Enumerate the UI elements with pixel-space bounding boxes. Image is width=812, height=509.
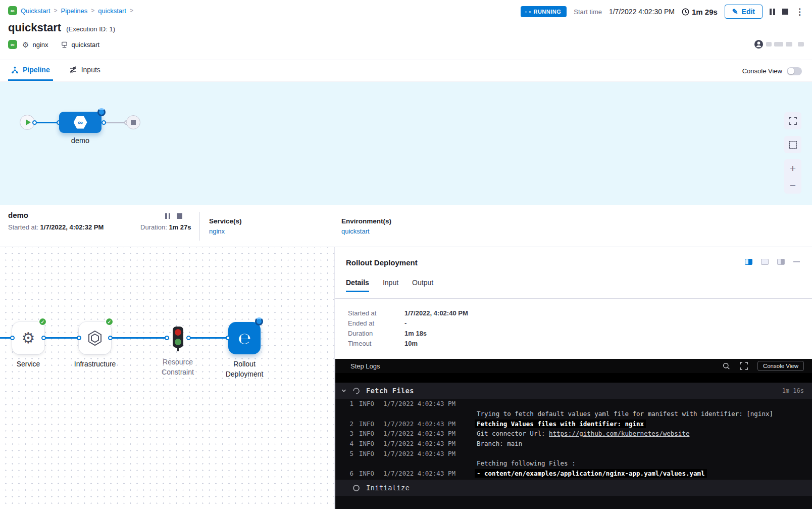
step-node-infrastructure[interactable] <box>79 322 111 354</box>
service-gear-icon: ⚙ <box>22 41 29 49</box>
expand-logs-icon[interactable] <box>740 362 748 370</box>
spinner-dot-icon <box>529 11 531 13</box>
stop-stage-button[interactable] <box>177 213 182 219</box>
log-section-fetch-files[interactable]: Fetch Files 1m 16s <box>335 383 812 399</box>
harness-cd-icon: ∞ <box>8 40 17 49</box>
breadcrumb-separator: > <box>130 7 133 14</box>
pipeline-meta: ∞ ⚙ nginx quickstart <box>8 40 107 49</box>
stage-link <box>104 122 127 123</box>
title-row: quickstart (Execution ID: 1) <box>8 21 115 34</box>
play-icon <box>26 119 31 125</box>
avatar-icon <box>754 39 764 49</box>
step-label-infrastructure: Infrastructure <box>67 359 123 369</box>
kebab-menu-icon[interactable]: ⋮ <box>795 8 804 16</box>
traffic-light-stand <box>177 348 179 351</box>
pause-execution-button[interactable] <box>770 9 775 15</box>
clock-icon <box>682 8 689 16</box>
connector-dot <box>165 336 169 340</box>
canvas-fullscreen-button[interactable] <box>784 112 801 129</box>
status-badge: RUNNING <box>521 6 567 17</box>
redacted-text <box>786 42 792 47</box>
tab-inputs[interactable]: Inputs <box>66 60 104 81</box>
environments-label: Environment(s) <box>341 217 391 225</box>
console-view-label: Console View <box>742 67 782 75</box>
tab-pipeline[interactable]: Pipeline <box>8 60 53 81</box>
redacted-text <box>766 42 772 47</box>
step-node-resource-constraint[interactable] <box>173 327 183 348</box>
breadcrumb-separator: > <box>54 7 58 14</box>
tab-inputs-label: Inputs <box>81 66 100 74</box>
log-section-initialize[interactable]: Initialize <box>335 480 812 496</box>
pipeline-stage-canvas[interactable]: ∞ demo + − <box>0 82 812 205</box>
connector-dot <box>41 336 46 340</box>
stage-link <box>34 122 60 123</box>
log-line: Fetching following Files : <box>335 458 812 469</box>
pause-stage-button[interactable] <box>165 213 170 219</box>
canvas-select-button[interactable] <box>784 136 801 153</box>
step-logs-title: Step Logs <box>350 362 380 370</box>
minimize-panel-icon[interactable] <box>793 261 800 263</box>
breadcrumb-separator: > <box>91 7 94 14</box>
redacted-text <box>798 42 804 47</box>
search-icon[interactable] <box>723 362 730 370</box>
tab-details[interactable]: Details <box>346 279 369 292</box>
section-duration: 1m 16s <box>782 387 804 394</box>
success-check-icon: ✓ <box>105 317 114 326</box>
connector-dot <box>186 336 191 340</box>
step-execution-canvas[interactable]: ⚙ ✓ ✓ ℮ <box>0 247 335 509</box>
layout-bottom-icon[interactable] <box>761 259 769 265</box>
step-details-title: Rollout Deployment <box>346 258 418 267</box>
elapsed-time-value: 1m 29s <box>692 8 718 16</box>
step-node-service[interactable]: ⚙ <box>12 322 44 354</box>
connector-dot <box>10 336 15 340</box>
zoom-out-button[interactable]: − <box>790 180 796 191</box>
console-view-toggle[interactable] <box>787 67 802 75</box>
infrastructure-hexagon-icon <box>86 330 104 347</box>
connector-dot <box>77 336 81 340</box>
detail-row-ended-at: Ended at- <box>348 319 407 327</box>
step-link <box>43 337 80 339</box>
step-label-rollout-deployment: Rollout Deployment <box>217 359 272 379</box>
log-line: 4INFO1/7/2022 4:02:43 PMBranch: main <box>335 439 812 449</box>
layout-right-split-icon[interactable] <box>745 259 752 265</box>
detail-row-duration: Duration1m 18s <box>348 330 427 337</box>
connector-dot <box>226 336 230 340</box>
log-link[interactable]: https://github.com/kubernetes/website <box>549 430 689 437</box>
page-header: ∞ Quickstart > Pipelines > quickstart > … <box>0 0 812 60</box>
step-node-rollout-deployment[interactable]: ℮ <box>228 322 261 354</box>
step-link <box>110 337 167 339</box>
breadcrumb-pipelines[interactable]: Pipelines <box>61 7 88 15</box>
tab-output[interactable]: Output <box>412 279 433 292</box>
log-spacer <box>335 373 812 383</box>
breadcrumb: ∞ Quickstart > Pipelines > quickstart > <box>8 6 133 15</box>
step-details-panel: Rollout Deployment Details Input Output … <box>335 247 812 509</box>
panel-layout-controls <box>745 259 800 265</box>
tab-input[interactable]: Input <box>383 279 398 292</box>
service-gear-icon: ⚙ <box>22 331 35 346</box>
connector-dot <box>102 120 106 125</box>
breadcrumb-project[interactable]: Quickstart <box>21 7 50 15</box>
stage-node-label: demo <box>55 136 106 145</box>
step-link <box>188 337 228 339</box>
console-view-button[interactable]: Console View <box>757 361 804 371</box>
environment-name: quickstart <box>72 41 100 49</box>
zoom-in-button[interactable]: + <box>790 163 796 173</box>
breadcrumb-pipeline[interactable]: quickstart <box>98 7 126 15</box>
edit-button[interactable]: ✎ Edit <box>725 5 763 19</box>
services-label: Service(s) <box>209 217 242 225</box>
connector-dot <box>108 336 113 340</box>
stage-name: demo <box>8 211 28 219</box>
stage-duration: Duration: 1m 27s <box>140 223 191 231</box>
environment-link[interactable]: quickstart <box>341 227 370 235</box>
layout-right-icon[interactable] <box>777 259 785 265</box>
section-running-spinner-icon <box>351 386 361 395</box>
step-logs-header: Step Logs Console View <box>335 359 812 373</box>
connector-dot <box>32 120 37 125</box>
stage-info-bar: demo Started at: 1/7/2022, 4:02:32 PM Du… <box>0 205 812 247</box>
stop-execution-button[interactable] <box>782 9 788 15</box>
triggered-by <box>754 39 804 49</box>
header-actions: RUNNING Start time 1/7/2022 4:02:30 PM 1… <box>521 5 804 19</box>
service-link[interactable]: nginx <box>209 227 225 235</box>
stage-node-demo[interactable]: ∞ <box>59 112 102 133</box>
pipeline-end-node[interactable] <box>126 115 140 129</box>
